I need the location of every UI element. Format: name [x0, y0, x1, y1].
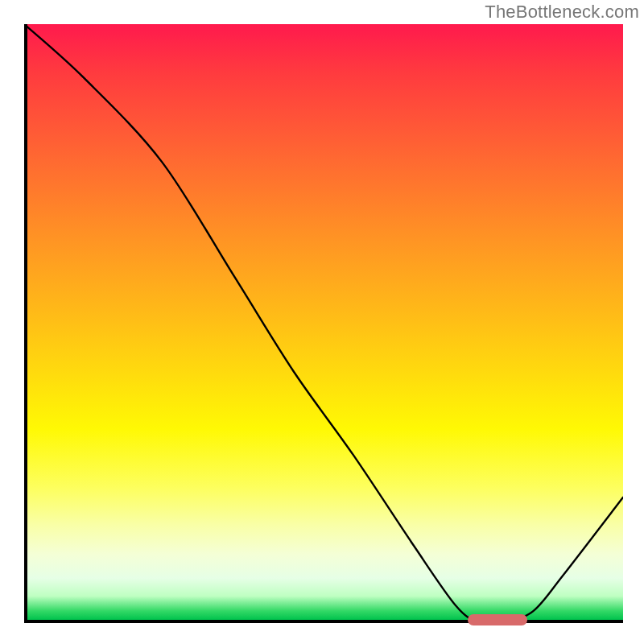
watermark-label: TheBottleneck.com [485, 2, 639, 23]
plot-background [24, 24, 623, 623]
optimal-range-marker [468, 614, 527, 625]
chart-container: TheBottleneck.com [0, 0, 644, 644]
